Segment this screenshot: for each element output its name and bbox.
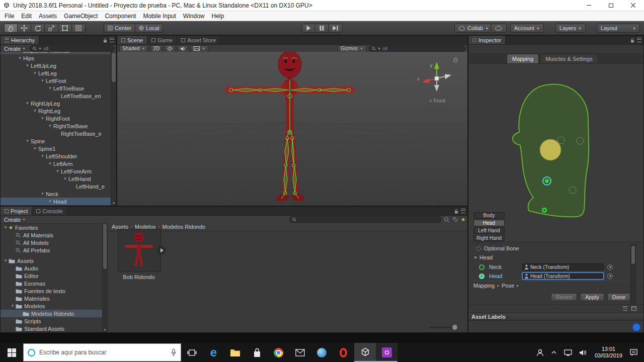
start-button[interactable] [0,343,23,362]
project-folder-item[interactable]: Standard Assets [1,325,102,332]
cloud-button[interactable] [491,24,507,33]
bone-object-field[interactable]: Head (Transform) [522,273,604,280]
fold-arrow-icon[interactable]: ▼ [3,258,9,263]
fold-arrow-icon[interactable]: ▼ [39,154,46,158]
scroll-down-icon[interactable]: ▼ [111,201,116,206]
panel-menu-icon[interactable] [110,38,114,42]
hierarchy-item[interactable]: ▼LeftForeArm [1,167,111,175]
object-picker-icon[interactable] [607,274,613,279]
project-create-button[interactable]: Create▼ [3,217,27,223]
asset-label-icon[interactable] [632,323,640,331]
move-tool-button[interactable] [18,24,31,33]
hierarchy-create-button[interactable]: Create▼ [3,46,27,52]
asset-labels-bar[interactable]: Asset Labels [468,313,643,321]
hierarchy-item[interactable]: ▼LeftFoot [1,77,111,84]
footer-menu-pose[interactable]: Pose▼ [502,283,519,289]
fold-arrow-icon[interactable]: ▼ [32,109,38,113]
tab-project[interactable]: Project [1,207,32,215]
pause-button[interactable] [315,24,329,33]
panel-menu-icon[interactable] [637,38,641,42]
fold-arrow-icon[interactable]: ▼ [47,86,53,90]
hierarchy-item[interactable]: ▼LeftShoulder [1,152,111,160]
hierarchy-item[interactable]: ▼Neck [1,190,111,198]
fold-arrow-icon[interactable]: ▼ [24,139,31,143]
head-section-header[interactable]: ▼ Head [468,254,644,261]
audio-toggle[interactable] [178,45,188,52]
menu-gameobject[interactable]: GameObject [60,11,101,21]
fold-arrow-icon[interactable]: ▼ [39,116,46,121]
capture-icon[interactable] [376,343,397,362]
project-folder-item[interactable]: Materiales [1,295,102,302]
bone-object-field[interactable]: Neck (Transform) [522,263,604,270]
preview-menu-icon[interactable] [623,306,627,311]
maximize-button[interactable] [600,0,622,11]
revert-button[interactable]: Revert [551,293,577,301]
preview-dock-icon[interactable] [631,306,636,311]
network-icon[interactable] [560,343,576,362]
taskbar-search-input[interactable]: Escribe aquí para buscar [23,343,181,361]
space-mode-button[interactable]: Local [135,24,163,33]
chevron-up-icon[interactable] [547,343,560,362]
lock-icon[interactable] [630,38,634,43]
fold-arrow-icon[interactable]: ▼ [24,101,31,106]
mail-icon[interactable] [289,343,311,362]
scene-viewport[interactable]: y x < Front [117,52,467,206]
hand-tool-button[interactable] [4,24,18,33]
project-folder-item[interactable]: Fuentes de texto [1,287,102,295]
search-by-type-icon[interactable] [444,217,450,222]
object-picker-icon[interactable] [607,264,613,270]
account-button[interactable]: Account▼ [510,24,544,33]
taskbar-clock[interactable]: 13:01 03/03/2019 [591,346,626,359]
part-button-left-hand[interactable]: Left Hand [473,227,505,234]
shading-mode-dropdown[interactable]: Shaded▼ [119,45,148,52]
hierarchy-item[interactable]: RightToeBase_e [1,130,111,137]
part-button-head[interactable]: Head [473,220,505,226]
project-folder-item[interactable]: Modelos Ridondo [1,310,102,317]
effects-dropdown[interactable]: ▼ [191,45,208,52]
opera-icon[interactable] [333,343,354,362]
rect-tool-button[interactable] [58,24,72,33]
mode-tab-muscles-settings[interactable]: Muscles & Settings [540,54,598,63]
hierarchy-item[interactable]: ▼RightToeBase [1,122,111,130]
fold-arrow-icon[interactable]: ▼ [47,199,53,204]
browser-icon[interactable] [311,343,333,362]
hierarchy-item[interactable]: ▼LeftArm [1,160,111,167]
file-explorer-icon[interactable] [224,343,246,362]
hierarchy-item[interactable]: ▼LeftToeBase [1,84,111,92]
tab-asset-store[interactable]: Asset Store [177,36,220,44]
favorites-root[interactable]: ▼★Favorites [1,224,102,231]
search-by-label-icon[interactable] [452,217,458,222]
expand-asset-icon[interactable] [157,246,166,254]
store-icon[interactable] [246,343,268,362]
action-center-icon[interactable] [626,343,641,362]
menu-file[interactable]: File [1,11,18,21]
edge-icon[interactable]: e [203,343,224,362]
project-tree-scrollbar[interactable]: ▼ [102,223,108,332]
menu-window[interactable]: Window [180,11,208,21]
2d-toggle[interactable]: 2D [150,45,162,52]
menu-help[interactable]: Help [208,11,228,21]
people-icon[interactable] [533,343,547,362]
fold-arrow-icon[interactable]: ▼ [62,176,68,181]
hierarchy-item[interactable]: ▼LeftLeg [1,69,111,77]
pivot-mode-button[interactable]: Center [104,24,135,33]
project-search-input[interactable] [289,216,441,223]
hierarchy-item[interactable]: ▼LeftUpLeg [1,62,111,69]
unity-icon[interactable] [354,343,376,362]
tab-hierarchy[interactable]: Hierarchy [1,36,39,44]
rotate-tool-button[interactable] [31,24,45,33]
asset-name-label[interactable]: Bob Ridondo [109,274,169,280]
menu-edit[interactable]: Edit [18,11,35,21]
favorite-search-item[interactable]: All Prefabs [1,246,102,254]
menu-mobile-input[interactable]: Mobile Input [139,11,179,21]
tab-scene[interactable]: Scene [117,36,147,44]
fold-arrow-icon[interactable]: ▼ [3,225,9,230]
play-button[interactable] [302,24,315,33]
project-folder-item[interactable]: Editor [1,272,102,280]
minimize-button[interactable] [578,0,600,11]
hierarchy-item[interactable]: LeftHand_e [1,183,111,190]
task-view-icon[interactable] [181,343,203,362]
layers-button[interactable]: Layers▼ [555,24,586,33]
project-folder-item[interactable]: ▼Modelos [1,302,102,310]
volume-icon[interactable] [576,343,591,362]
